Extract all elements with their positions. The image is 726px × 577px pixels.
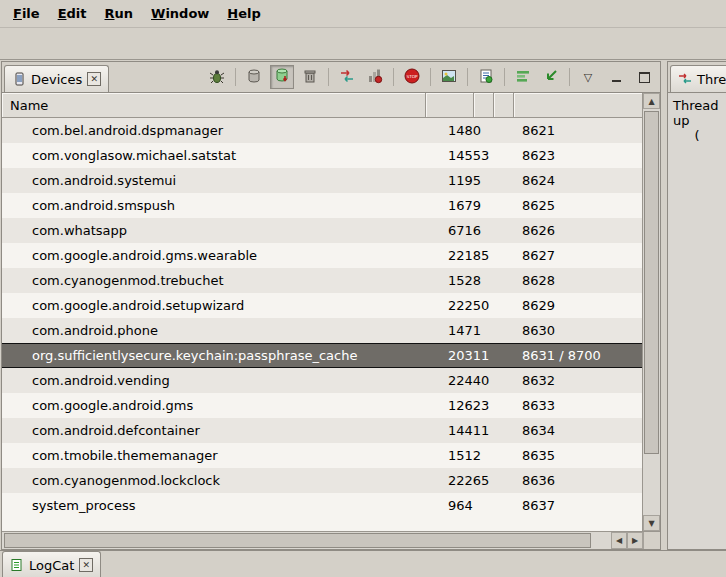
toolbar-separator xyxy=(467,68,468,86)
horizontal-scrollbar[interactable]: ◀ ▶ xyxy=(2,531,660,549)
table-row[interactable]: com.tmobile.thememanager 1512 8635 xyxy=(2,443,642,468)
stop-process-button[interactable]: STOP xyxy=(400,65,424,89)
tab-logcat[interactable]: LogCat ✕ xyxy=(2,551,101,577)
scroll-right-icon[interactable]: ▶ xyxy=(627,532,643,549)
process-name: com.whatsapp xyxy=(2,223,426,238)
systrace-button[interactable] xyxy=(511,65,535,89)
table-row[interactable]: com.android.systemui 1195 8624 xyxy=(2,168,642,193)
toolbar-separator xyxy=(569,68,570,86)
menu-run[interactable]: Run xyxy=(96,3,143,24)
close-icon[interactable]: ✕ xyxy=(87,72,101,86)
main-toolbar-strip xyxy=(0,28,726,60)
menu-window[interactable]: Window xyxy=(142,3,218,24)
process-port: 8634 xyxy=(514,423,555,438)
table-row[interactable]: com.android.vending 22440 8632 xyxy=(2,368,642,393)
threads-message-line1: Thread up xyxy=(671,98,723,128)
toolbar-separator xyxy=(328,68,329,86)
devices-toolbar: STOP xyxy=(205,65,656,89)
table-row[interactable]: com.android.defcontainer 14411 8634 xyxy=(2,418,642,443)
chevron-down-icon: ▽ xyxy=(584,72,592,83)
column-header-pid[interactable] xyxy=(426,93,474,118)
method-profiling-button[interactable] xyxy=(363,65,387,89)
table-row[interactable]: com.vonglasow.michael.satstat 14553 8623 xyxy=(2,143,642,168)
column-header-port[interactable] xyxy=(514,93,642,118)
process-pid: 22185 xyxy=(426,248,514,263)
table-row[interactable]: com.whatsapp 6716 8626 xyxy=(2,218,642,243)
maximize-icon xyxy=(639,72,650,83)
table-row[interactable]: com.google.android.gms.wearable 22185 86… xyxy=(2,243,642,268)
menu-help[interactable]: Help xyxy=(218,3,269,24)
table-row[interactable]: com.cyanogenmod.trebuchet 1528 8628 xyxy=(2,268,642,293)
table-row-selected[interactable]: org.sufficientlysecure.keychain:passphra… xyxy=(2,343,642,368)
table-row[interactable]: com.cyanogenmod.lockclock 22265 8636 xyxy=(2,468,642,493)
heap-icon xyxy=(246,68,262,87)
process-port: 8626 xyxy=(514,223,555,238)
horizontal-scroll-track[interactable] xyxy=(2,532,611,549)
process-port: 8636 xyxy=(514,473,555,488)
table-row[interactable]: com.google.android.setupwizard 22250 862… xyxy=(2,293,642,318)
process-name: com.android.smspush xyxy=(2,198,426,213)
minimize-icon xyxy=(612,72,621,82)
threads-message-line2: ( xyxy=(671,128,723,143)
table-row[interactable]: com.bel.android.dspmanager 1480 8621 xyxy=(2,118,642,143)
process-pid: 1471 xyxy=(426,323,514,338)
scroll-down-icon[interactable]: ▼ xyxy=(643,515,660,531)
tab-threads-label: Threads xyxy=(697,72,726,87)
toolbar-separator xyxy=(393,68,394,86)
process-port: 8628 xyxy=(514,273,555,288)
process-port: 8631 / 8700 xyxy=(514,348,601,363)
process-name: com.bel.android.dspmanager xyxy=(2,123,426,138)
table-row[interactable]: com.android.phone 1471 8630 xyxy=(2,318,642,343)
minimize-button[interactable] xyxy=(604,65,628,89)
process-name: com.vonglasow.michael.satstat xyxy=(2,148,426,163)
view-menu-button[interactable]: ▽ xyxy=(576,65,600,89)
process-name: com.android.phone xyxy=(2,323,426,338)
cause-gc-button[interactable] xyxy=(298,65,322,89)
column-header-name[interactable]: Name xyxy=(2,93,426,118)
table-row[interactable]: system_process 964 8637 xyxy=(2,493,642,518)
maximize-button[interactable] xyxy=(632,65,656,89)
horizontal-scroll-thumb[interactable] xyxy=(4,533,591,548)
vertical-scrollbar[interactable]: ▲ ▼ xyxy=(642,93,660,531)
update-heap-button[interactable] xyxy=(242,65,266,89)
process-port: 8625 xyxy=(514,198,555,213)
pull-trace-button[interactable] xyxy=(539,65,563,89)
process-pid: 20311 xyxy=(426,348,514,363)
process-port: 8630 xyxy=(514,323,555,338)
menu-file[interactable]: File xyxy=(4,3,49,24)
tab-threads[interactable]: Threads xyxy=(670,65,726,92)
process-pid: 22440 xyxy=(426,373,514,388)
process-name: com.google.android.setupwizard xyxy=(2,298,426,313)
process-pid: 1528 xyxy=(426,273,514,288)
table-row[interactable]: com.google.android.gms 12623 8633 xyxy=(2,393,642,418)
close-icon[interactable]: ✕ xyxy=(79,558,93,572)
ddms-window: File Edit Run Window Help Devices ✕ xyxy=(0,0,726,577)
debug-button[interactable] xyxy=(205,65,229,89)
process-name: system_process xyxy=(2,498,426,513)
tab-devices[interactable]: Devices ✕ xyxy=(4,65,109,92)
process-pid: 22250 xyxy=(426,298,514,313)
table-row[interactable]: com.android.smspush 1679 8625 xyxy=(2,193,642,218)
scroll-up-icon[interactable]: ▲ xyxy=(643,93,660,109)
vertical-scroll-track[interactable] xyxy=(643,109,660,515)
process-pid: 964 xyxy=(426,498,514,513)
table-header: Name xyxy=(2,93,642,118)
column-header-blank2[interactable] xyxy=(494,93,514,118)
logcat-tabbar: LogCat ✕ xyxy=(0,550,726,577)
systrace-icon xyxy=(515,68,531,87)
process-pid: 1480 xyxy=(426,123,514,138)
scroll-left-icon[interactable]: ◀ xyxy=(611,532,627,549)
stop-icon: STOP xyxy=(404,68,420,87)
menu-edit[interactable]: Edit xyxy=(49,3,96,24)
toolbar-separator xyxy=(504,68,505,86)
column-header-blank1[interactable] xyxy=(474,93,494,118)
bug-report-button[interactable] xyxy=(474,65,498,89)
process-name: com.cyanogenmod.lockclock xyxy=(2,473,426,488)
process-name: com.google.android.gms.wearable xyxy=(2,248,426,263)
vertical-scroll-thumb[interactable] xyxy=(644,111,659,454)
profiling-icon xyxy=(367,68,383,87)
update-threads-button[interactable] xyxy=(335,65,359,89)
dump-hprof-button[interactable] xyxy=(270,65,294,89)
screen-capture-button[interactable] xyxy=(437,65,461,89)
devices-table: Name com.bel.android.dspmanager 1480 862… xyxy=(2,92,660,531)
